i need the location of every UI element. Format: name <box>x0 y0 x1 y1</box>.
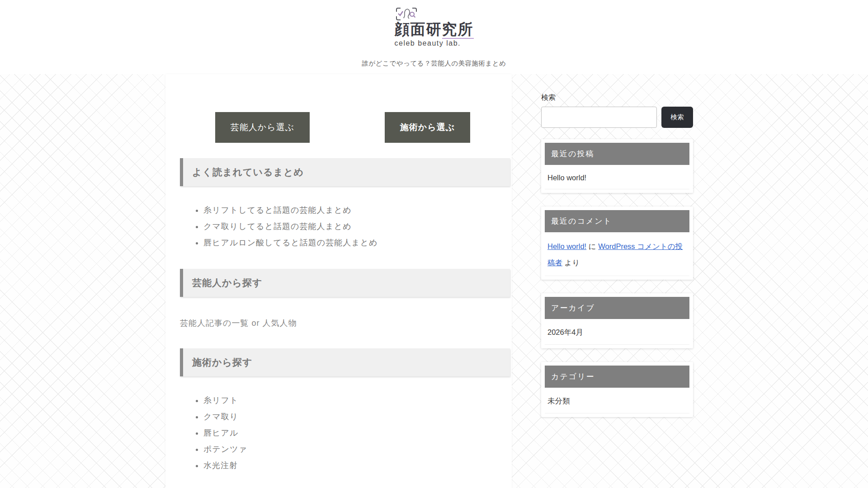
site-tagline: 誰がどこでやってる？芸能人の美容施術まとめ <box>362 59 506 68</box>
celebrity-articles-link[interactable]: 芸能人記事の一覧 <box>180 319 249 328</box>
recent-post-link[interactable]: Hello world! <box>545 165 689 189</box>
or-separator: or <box>249 319 262 328</box>
search-button[interactable]: 検索 <box>661 107 693 128</box>
archives-title: アーカイブ <box>545 297 689 319</box>
list-item[interactable]: クマ取り <box>203 408 510 425</box>
recent-posts-title: 最近の投稿 <box>545 143 689 165</box>
search-by-procedure-heading: 施術から探す <box>180 348 510 376</box>
search-by-celebrity-heading: 芸能人から探す <box>180 269 510 297</box>
choose-by-celebrity-button[interactable]: 芸能人から選ぶ <box>215 112 310 143</box>
recent-posts-widget: 最近の投稿 Hello world! <box>541 139 693 193</box>
categories-title: カテゴリー <box>545 366 689 388</box>
list-item[interactable]: 唇ヒアルロン酸してると話題の芸能人まとめ <box>203 235 510 251</box>
category-link[interactable]: 未分類 <box>545 388 689 413</box>
nav-buttons-row: 芸能人から選ぶ 施術から選ぶ <box>180 112 510 143</box>
comment-particle: に <box>586 242 598 250</box>
recent-comment-entry: Hello world! に WordPress コメントの投稿者 より <box>545 232 689 276</box>
site-subtitle: celeb beauty lab. <box>395 39 461 47</box>
choose-by-procedure-button[interactable]: 施術から選ぶ <box>385 112 470 143</box>
list-item[interactable]: 糸リフトしてると話題の芸能人まとめ <box>203 202 510 218</box>
search-form: 検索 <box>541 107 693 128</box>
site-title-underlined: 究所 <box>442 21 474 39</box>
search-label: 検索 <box>541 93 693 103</box>
archives-widget: アーカイブ 2026年4月 <box>541 293 693 348</box>
celebrity-links-line: 芸能人記事の一覧 or 人気人物 <box>180 297 510 333</box>
recent-comments-widget: 最近のコメント Hello world! に WordPress コメントの投稿… <box>541 206 693 280</box>
list-item[interactable]: 唇ヒアル <box>203 425 510 441</box>
sidebar: 検索 検索 最近の投稿 Hello world! 最近のコメント Hello w… <box>541 74 693 431</box>
comment-post-link[interactable]: Hello world! <box>547 242 586 250</box>
search-input[interactable] <box>541 107 657 128</box>
main-column: 芸能人から選ぶ 施術から選ぶ よく読まれているまとめ 糸リフトしてると話題の芸能… <box>165 74 512 488</box>
list-item[interactable]: ポテンツァ <box>203 441 510 457</box>
content-area: 芸能人から選ぶ 施術から選ぶ よく読まれているまとめ 糸リフトしてると話題の芸能… <box>0 74 868 488</box>
popular-people-link[interactable]: 人気人物 <box>262 319 297 328</box>
categories-widget: カテゴリー 未分類 <box>541 362 693 417</box>
popular-summaries-list: 糸リフトしてると話題の芸能人まとめ クマ取りしてると話題の芸能人まとめ 唇ヒアル… <box>180 186 510 253</box>
procedure-list: 糸リフト クマ取り 唇ヒアル ポテンツァ 水光注射 <box>180 376 510 476</box>
comment-suffix: より <box>562 258 580 267</box>
site-header: 顔面研究所 celeb beauty lab. 誰がどこでやってる？芸能人の美容… <box>0 0 868 74</box>
list-item[interactable]: 水光注射 <box>203 457 510 474</box>
face-scan-icon <box>396 7 417 21</box>
list-item[interactable]: 糸リフト <box>203 392 510 408</box>
popular-summaries-heading: よく読まれているまとめ <box>180 158 510 186</box>
site-title: 顔面研究所 <box>395 21 474 38</box>
recent-comments-title: 最近のコメント <box>545 210 689 232</box>
archive-link[interactable]: 2026年4月 <box>545 319 689 345</box>
list-item[interactable]: クマ取りしてると話題の芸能人まとめ <box>203 218 510 235</box>
site-logo[interactable]: 顔面研究所 celeb beauty lab. <box>395 7 474 47</box>
